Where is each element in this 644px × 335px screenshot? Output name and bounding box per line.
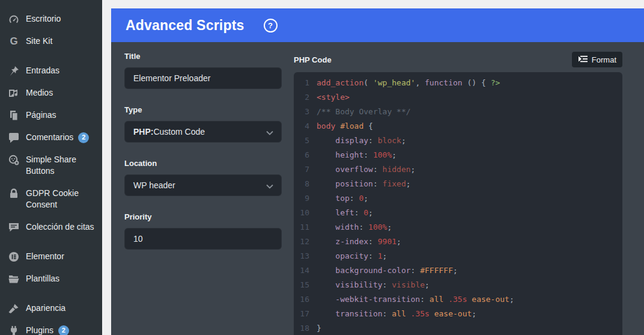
code-line: 5 display: block; — [294, 134, 622, 148]
sidebar-item-entradas[interactable]: Entradas — [0, 60, 102, 82]
title-input[interactable] — [124, 67, 282, 89]
sidebar-item-label: Páginas — [26, 109, 56, 121]
code-line: 10 left: 0; — [294, 206, 622, 220]
type-value: Custom Code — [153, 127, 205, 137]
code-line-content: -webkit-transition: all .35s ease-out; — [309, 292, 514, 307]
elementor-icon — [8, 251, 20, 262]
admin-sidebar: EscritorioGSite KitEntradasMediosPáginas… — [0, 0, 102, 335]
editor-header: PHP Code Format — [294, 52, 622, 67]
count-badge: 2 — [58, 325, 69, 335]
line-number: 9 — [294, 191, 309, 206]
line-number: 1 — [294, 76, 309, 90]
location-select[interactable]: WP header — [124, 174, 282, 196]
sidebar-item-gdpr-cookie-consent[interactable]: GDPR Cookie Consent — [0, 182, 102, 216]
code-line-content: } — [309, 321, 321, 335]
code-line: 7 overflow: hidden; — [294, 162, 622, 177]
type-value-prefix: PHP: — [133, 127, 153, 137]
help-icon[interactable]: ? — [264, 19, 278, 32]
sidebar-item-coleccion-de-citas[interactable]: Colección de citas — [0, 216, 102, 238]
sidebar-menu: EscritorioGSite KitEntradasMediosPáginas… — [0, 8, 102, 335]
code-line-content: height: 100%; — [309, 148, 396, 162]
code-line: 1add_action( 'wp_head', function () { ?> — [294, 76, 622, 90]
google-g-icon: G — [8, 35, 20, 47]
sidebar-item-paginas[interactable]: Páginas — [0, 104, 102, 126]
code-line: 18} — [294, 321, 622, 335]
sidebar-item-label: Entradas — [26, 65, 59, 76]
format-icon — [578, 55, 588, 64]
type-label: Type — [124, 105, 282, 115]
code-line-content: transition: all .35s ease-out; — [309, 307, 476, 321]
line-number: 4 — [294, 119, 309, 134]
line-number: 8 — [294, 177, 309, 191]
sidebar-item-simple-share-buttons[interactable]: Simple Share Buttons — [0, 149, 102, 182]
format-button-label: Format — [592, 55, 616, 64]
code-line-content: overflow: hidden; — [309, 162, 415, 177]
location-value: WP header — [133, 180, 175, 190]
code-line: 11 width: 100%; — [294, 220, 622, 235]
line-number: 10 — [294, 206, 309, 220]
code-line-content: opacity: 1; — [309, 249, 387, 263]
folder-icon — [8, 273, 20, 284]
title-label: Title — [124, 52, 282, 61]
script-settings-form: Title Type PHP: Custom Code Location WP … — [124, 52, 282, 335]
sidebar-item-elementor[interactable]: Elementor — [0, 245, 102, 268]
priority-input[interactable] — [124, 228, 282, 250]
pages-icon — [8, 109, 20, 121]
code-line-content: top: 0; — [309, 191, 368, 206]
lock-icon — [8, 188, 20, 199]
line-number: 7 — [294, 162, 309, 177]
location-label: Location — [124, 159, 282, 168]
code-line-content: display: block; — [309, 134, 406, 148]
panel-body: Title Type PHP: Custom Code Location WP … — [111, 42, 644, 335]
plug-icon — [8, 325, 20, 335]
sidebar-item-apariencia[interactable]: Apariencia — [0, 297, 102, 319]
brush-icon — [8, 303, 20, 314]
line-number: 12 — [294, 235, 309, 249]
code-line-content: visibility: visible; — [309, 278, 430, 292]
code-line-content: z-index: 9901; — [309, 235, 401, 249]
code-line: 9 top: 0; — [294, 191, 622, 206]
comments-icon — [8, 132, 20, 143]
code-line: 17 transition: all .35s ease-out; — [294, 307, 622, 321]
page-title: Advanced Scripts — [126, 17, 245, 34]
sidebar-item-plantillas[interactable]: Plantillas — [0, 268, 102, 290]
line-number: 3 — [294, 105, 309, 119]
sidebar-item-label: Colección de citas — [26, 221, 94, 233]
sidebar-item-plugins[interactable]: Plugins2 — [0, 319, 102, 335]
code-line-content: position: fixed; — [309, 177, 411, 191]
code-line-content: body #load { — [309, 119, 373, 134]
line-number: 5 — [294, 134, 309, 148]
sidebar-item-label: Comentarios — [26, 132, 73, 143]
sidebar-item-label: Site Kit — [26, 35, 52, 47]
line-number: 2 — [294, 90, 309, 105]
advanced-scripts-panel: Advanced Scripts ? Title Type PHP: Custo… — [111, 8, 644, 335]
dashboard-icon — [8, 13, 20, 25]
format-button[interactable]: Format — [572, 52, 622, 67]
code-line: 6 height: 100%; — [294, 148, 622, 162]
code-line-content: add_action( 'wp_head', function () { ?> — [309, 76, 500, 90]
code-line: 3/** Body Overlay **/ — [294, 105, 622, 119]
line-number: 18 — [294, 321, 309, 335]
line-number: 6 — [294, 148, 309, 162]
code-line-content: width: 100%; — [309, 220, 392, 235]
code-line: 15 visibility: visible; — [294, 278, 622, 292]
sidebar-item-escritorio[interactable]: Escritorio — [0, 8, 102, 30]
code-line: 12 z-index: 9901; — [294, 235, 622, 249]
chevron-down-icon — [266, 182, 274, 192]
type-select[interactable]: PHP: Custom Code — [124, 121, 282, 143]
sidebar-item-medios[interactable]: Medios — [0, 82, 102, 104]
panel-header: Advanced Scripts ? — [111, 8, 644, 42]
sidebar-item-comentarios[interactable]: Comentarios2 — [0, 126, 102, 149]
code-line-content: background-color: #FFFFFF; — [309, 263, 458, 278]
code-section: PHP Code Format 1add_action( 'wp_head', … — [294, 52, 622, 335]
code-line-content: /** Body Overlay **/ — [309, 105, 411, 119]
sidebar-item-label: Simple Share Buttons — [26, 154, 97, 177]
sidebar-item-site-kit[interactable]: GSite Kit — [0, 30, 102, 52]
line-number: 14 — [294, 263, 309, 278]
code-line: 13 opacity: 1; — [294, 249, 622, 263]
count-badge: 2 — [78, 132, 89, 143]
line-number: 13 — [294, 249, 309, 263]
sidebar-item-label: Plantillas — [26, 273, 59, 284]
code-editor[interactable]: 1add_action( 'wp_head', function () { ?>… — [294, 72, 622, 335]
sidebar-item-label: Plugins — [26, 325, 53, 335]
